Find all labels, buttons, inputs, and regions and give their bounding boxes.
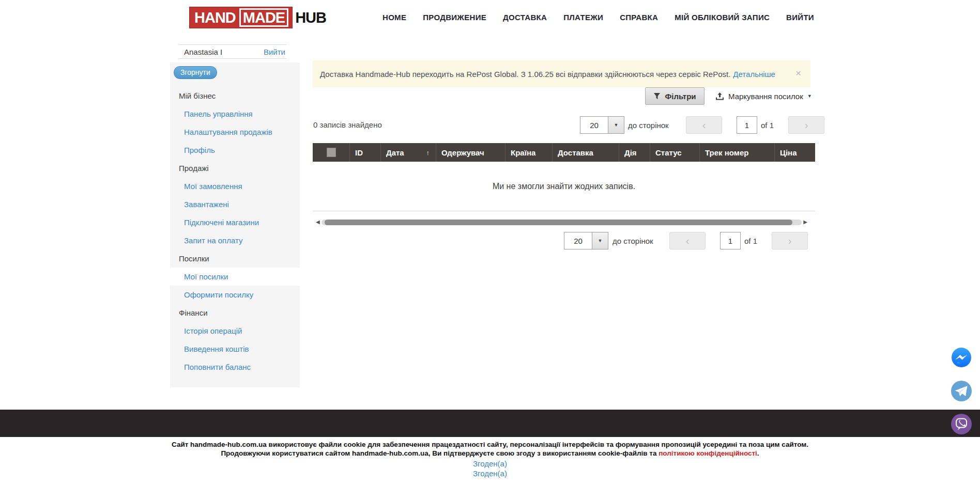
column-track-number[interactable]: Трек номер <box>699 143 774 162</box>
sidebar-item-my-parcels[interactable]: Мої посилки <box>170 268 300 286</box>
banner-message: Доставка Handmade-Hub переходить на RePo… <box>320 70 730 79</box>
sidebar: Згорнути Мій бізнес Панель управління На… <box>170 63 300 387</box>
per-page-value-top: 20 <box>580 117 608 133</box>
close-icon[interactable]: × <box>795 68 801 79</box>
chevron-down-icon: ▼ <box>807 93 812 99</box>
user-row: Anastasia I Вийти <box>178 44 286 59</box>
telegram-icon[interactable] <box>950 380 973 402</box>
chevron-left-icon: ‹ <box>702 119 706 131</box>
sidebar-item-dashboard[interactable]: Панель управління <box>170 105 300 123</box>
sort-ascending-icon[interactable]: ↑ <box>426 149 430 157</box>
scrollbar-thumb[interactable] <box>325 220 793 225</box>
column-delivery[interactable]: Доставка <box>552 143 619 162</box>
notification-banner: Доставка Handmade-Hub переходить на RePo… <box>313 60 810 87</box>
column-status[interactable]: Статус <box>650 143 699 162</box>
column-recipient[interactable]: Одержувач <box>436 143 505 162</box>
nav-item-my-account[interactable]: МІЙ ОБЛІКОВИЙ ЗАПИС <box>675 13 770 22</box>
select-caret-bottom: ▼ <box>592 232 608 249</box>
select-all-checkbox[interactable] <box>327 148 336 157</box>
nav-item-home[interactable]: HOME <box>382 13 406 22</box>
prev-page-button-bottom[interactable]: ‹ <box>669 232 706 249</box>
column-id[interactable]: ID <box>349 143 380 162</box>
sidebar-item-my-orders[interactable]: Мої замовлення <box>170 177 300 195</box>
user-logout-link[interactable]: Вийти <box>264 48 285 56</box>
sidebar-menu: Мій бізнес Панель управління Налаштуванн… <box>170 87 300 376</box>
records-found-count: 0 записів знайдено <box>313 120 382 129</box>
sidebar-item-profile[interactable]: Профіль <box>170 141 300 159</box>
chevron-down-icon: ▼ <box>614 122 619 128</box>
column-date-label: Дата <box>386 148 404 157</box>
footer-dark-band <box>0 410 980 437</box>
page-of-label-top: of 1 <box>761 121 774 130</box>
cookie-line-1: Сайт handmade-hub.com.ua використовує фа… <box>0 440 980 449</box>
sidebar-item-connected-shops[interactable]: Підключені магазини <box>170 213 300 231</box>
chevron-right-icon: › <box>788 235 792 247</box>
cookie-line-2-text: Продовжуючи користуватися сайтом handmad… <box>221 449 659 457</box>
sidebar-item-sales-settings[interactable]: Налаштування продажів <box>170 123 300 141</box>
page-number-input-top[interactable] <box>737 116 757 134</box>
per-page-select-top[interactable]: 20 ▼ <box>580 116 624 134</box>
brand-part-made: MADE <box>239 8 288 27</box>
agree-row-1: Згоден(а) <box>0 459 980 469</box>
cookie-notice: Сайт handmade-hub.com.ua використовує фа… <box>0 440 980 458</box>
messenger-icon[interactable] <box>950 347 973 369</box>
brand-part-hub: HUB <box>295 9 326 26</box>
select-all-cell <box>313 143 349 162</box>
top-navigation: HOME ПРОДВИЖЕНИЕ ДОСТАВКА ПЛАТЕЖИ СПРАВК… <box>382 0 814 34</box>
page: HAND MADE HUB HOME ПРОДВИЖЕНИЕ ДОСТАВКА … <box>0 0 980 484</box>
per-page-label-bottom: до сторінок <box>612 237 653 245</box>
select-caret-top: ▼ <box>608 117 624 133</box>
agree-link-1[interactable]: Згоден(а) <box>473 459 507 468</box>
scroll-left-icon[interactable]: ◀ <box>316 218 320 226</box>
funnel-icon <box>653 92 661 100</box>
sidebar-collapse-button[interactable]: Згорнути <box>174 66 217 79</box>
sidebar-section-finance: Фінанси <box>170 304 300 322</box>
sidebar-item-transactions-history[interactable]: Історія операцій <box>170 322 300 340</box>
nav-item-payments[interactable]: ПЛАТЕЖИ <box>563 13 603 22</box>
sidebar-item-top-up-balance[interactable]: Поповнити баланс <box>170 358 300 376</box>
parcel-marking-dropdown[interactable]: Маркування посилок ▼ <box>715 87 812 105</box>
cookie-line-2: Продовжуючи користуватися сайтом handmad… <box>0 449 980 458</box>
sidebar-item-uploaded[interactable]: Завантажені <box>170 195 300 213</box>
parcel-marking-label: Маркування посилок <box>728 92 803 101</box>
column-price[interactable]: Ціна <box>774 143 815 162</box>
column-action[interactable]: Дія <box>619 143 650 162</box>
user-name: Anastasia I <box>184 48 222 56</box>
prev-page-button-top[interactable]: ‹ <box>686 116 722 134</box>
scroll-right-icon[interactable]: ▶ <box>803 218 807 226</box>
privacy-policy-link[interactable]: політикою конфіденційності <box>659 449 757 457</box>
sidebar-section-my-business: Мій бізнес <box>170 87 300 105</box>
sidebar-item-withdraw-funds[interactable]: Виведення коштів <box>170 340 300 358</box>
filters-button[interactable]: Фільтри <box>645 87 705 105</box>
viber-icon[interactable] <box>950 413 973 435</box>
next-page-button-bottom[interactable]: › <box>772 232 808 249</box>
social-buttons <box>950 347 974 446</box>
parcels-table-header: ID Дата ↑ Одержувач Країна Доставка Дія … <box>313 143 815 162</box>
nav-item-logout[interactable]: ВИЙТИ <box>786 13 814 22</box>
chevron-left-icon: ‹ <box>686 235 690 247</box>
cookie-line-2-period: . <box>757 449 759 457</box>
column-date[interactable]: Дата ↑ <box>380 143 436 162</box>
scrollbar-track[interactable] <box>321 220 802 225</box>
per-page-select-bottom[interactable]: 20 ▼ <box>564 232 608 249</box>
nav-item-delivery[interactable]: ДОСТАВКА <box>503 13 547 22</box>
sidebar-item-payment-request[interactable]: Запит на оплату <box>170 231 300 249</box>
page-of-label-bottom: of 1 <box>744 237 757 245</box>
parcels-table-body: Ми не змогли знайти жодних записів. <box>313 162 815 211</box>
brand-logo-red-box: HAND MADE <box>189 7 293 28</box>
page-number-input-bottom[interactable] <box>720 232 741 249</box>
agree-row-2: Згоден(а) <box>0 469 980 478</box>
banner-details-link[interactable]: Детальніше <box>733 70 775 79</box>
sidebar-section-sales: Продажі <box>170 159 300 177</box>
nav-item-help[interactable]: СПРАВКА <box>620 13 658 22</box>
agree-link-2[interactable]: Згоден(а) <box>473 469 507 478</box>
horizontal-scrollbar: ◀ ▶ <box>316 218 807 226</box>
per-page-label-top: до сторінок <box>628 121 669 130</box>
chevron-right-icon: › <box>805 119 808 131</box>
nav-item-promotion[interactable]: ПРОДВИЖЕНИЕ <box>423 13 486 22</box>
next-page-button-top[interactable]: › <box>788 116 824 134</box>
sidebar-item-create-parcel[interactable]: Оформити посилку <box>170 286 300 304</box>
sidebar-section-parcels: Посилки <box>170 249 300 268</box>
column-country[interactable]: Країна <box>505 143 552 162</box>
brand-logo[interactable]: HAND MADE HUB <box>189 7 326 28</box>
